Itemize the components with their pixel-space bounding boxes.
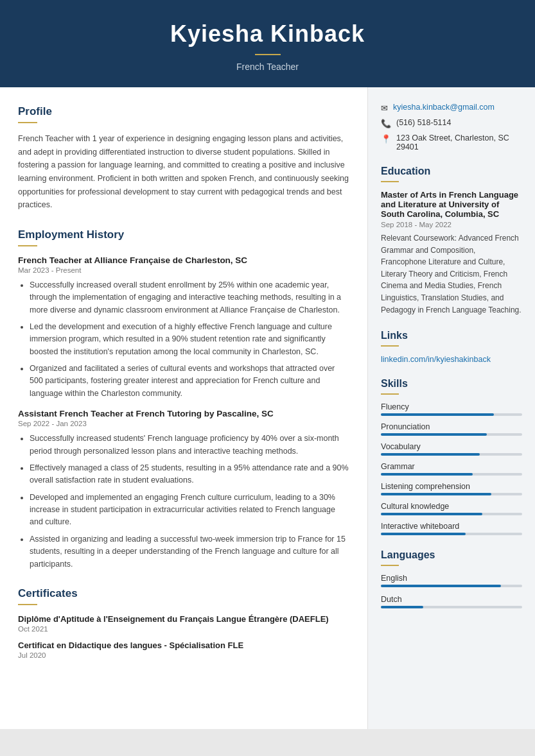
cert-1-date: Oct 2021 xyxy=(18,625,349,633)
phone-icon: 📞 xyxy=(381,119,391,128)
email-link[interactable]: kyiesha.kinback@gmail.com xyxy=(393,103,495,112)
main-column: Profile French Teacher with 1 year of ex… xyxy=(0,87,368,729)
contact-phone: 📞 (516) 518-5114 xyxy=(381,118,522,128)
lang-row-1: Dutch xyxy=(381,595,522,608)
employment-title: Employment History xyxy=(18,228,349,241)
job-2-bullet-2: Effectively managed a class of 25 studen… xyxy=(30,462,349,487)
skills-divider xyxy=(381,393,399,395)
skill-bar-bg-5 xyxy=(381,513,522,515)
skill-bar-fill-6 xyxy=(381,533,466,535)
lang-bar-fill-1 xyxy=(381,606,423,608)
skill-label-0: Fluency xyxy=(381,402,522,411)
location-icon: 📍 xyxy=(381,134,391,144)
profile-section: Profile French Teacher with 1 year of ex… xyxy=(18,105,349,212)
education-section: Education Master of Arts in French Langu… xyxy=(381,166,522,316)
header-title: French Teacher xyxy=(13,62,522,72)
skill-row-0: Fluency xyxy=(381,402,522,416)
skill-bar-fill-2 xyxy=(381,453,480,456)
skill-label-4: Listening comprehension xyxy=(381,482,522,491)
address-text: 123 Oak Street, Charleston, SC 29401 xyxy=(396,133,522,151)
skill-row-6: Interactive whiteboard xyxy=(381,522,522,535)
languages-container: English Dutch xyxy=(381,574,522,608)
job-1: French Teacher at Alliance Française de … xyxy=(18,255,349,400)
resume-wrapper: Kyiesha Kinback French Teacher Profile F… xyxy=(0,0,535,729)
certificates-divider xyxy=(18,604,37,605)
job-2: Assistant French Teacher at French Tutor… xyxy=(18,409,349,571)
profile-divider xyxy=(18,122,37,123)
employment-divider xyxy=(18,245,37,246)
edu-coursework: Relevant Coursework: Advanced French Gra… xyxy=(381,232,522,316)
header-name: Kyiesha Kinback xyxy=(13,21,522,47)
employment-section: Employment History French Teacher at All… xyxy=(18,228,349,571)
skill-bar-fill-5 xyxy=(381,513,482,515)
skill-bar-fill-4 xyxy=(381,493,491,495)
languages-divider xyxy=(381,565,399,566)
skills-container: Fluency Pronunciation Vocabulary Grammar… xyxy=(381,402,522,535)
skill-label-2: Vocabulary xyxy=(381,442,522,451)
job-2-bullets: Successfully increased students' French … xyxy=(18,433,349,571)
skill-label-6: Interactive whiteboard xyxy=(381,522,522,531)
contact-email: ✉ kyiesha.kinback@gmail.com xyxy=(381,103,522,113)
skill-bar-bg-1 xyxy=(381,433,522,436)
linkedin-link[interactable]: linkedin.com/in/kyieshakinback xyxy=(381,355,491,364)
header: Kyiesha Kinback French Teacher xyxy=(0,0,535,87)
cert-2-title: Certificat en Didactique des langues - S… xyxy=(18,640,349,650)
edu-date: Sep 2018 - May 2022 xyxy=(381,221,522,228)
skill-bar-bg-2 xyxy=(381,453,522,456)
cert-1: Diplôme d'Aptitude à l'Enseignement du F… xyxy=(18,614,349,633)
skill-row-3: Grammar xyxy=(381,462,522,476)
job-2-date: Sep 2022 - Jan 2023 xyxy=(18,420,349,427)
links-section: Links linkedin.com/in/kyieshakinback xyxy=(381,330,522,364)
lang-bar-fill-0 xyxy=(381,585,501,587)
job-1-bullet-3: Organized and facilitated a series of cu… xyxy=(30,363,349,400)
education-divider xyxy=(381,181,399,182)
skill-bar-bg-0 xyxy=(381,413,522,416)
job-1-date: Mar 2023 - Present xyxy=(18,266,349,274)
job-2-bullet-3: Developed and implemented an engaging Fr… xyxy=(30,492,349,529)
job-1-bullet-2: Led the development and execution of a h… xyxy=(30,321,349,358)
certificates-section: Certificates Diplôme d'Aptitude à l'Ense… xyxy=(18,587,349,659)
education-title: Education xyxy=(381,166,522,177)
skill-bar-bg-4 xyxy=(381,493,522,495)
header-divider xyxy=(255,54,281,55)
skills-title: Skills xyxy=(381,378,522,390)
languages-section: Languages English Dutch xyxy=(381,549,522,608)
side-column: ✉ kyiesha.kinback@gmail.com 📞 (516) 518-… xyxy=(368,87,535,729)
lang-label-0: English xyxy=(381,574,522,583)
skill-bar-fill-0 xyxy=(381,413,494,416)
job-2-bullet-4: Assisted in organizing and leading a suc… xyxy=(30,533,349,571)
job-2-title: Assistant French Teacher at French Tutor… xyxy=(18,409,349,418)
lang-bar-bg-1 xyxy=(381,606,522,608)
skill-row-4: Listening comprehension xyxy=(381,482,522,495)
job-1-title: French Teacher at Alliance Française de … xyxy=(18,255,349,265)
skill-row-1: Pronunciation xyxy=(381,422,522,436)
profile-text: French Teacher with 1 year of experience… xyxy=(18,132,349,212)
email-icon: ✉ xyxy=(381,103,388,113)
contact-address: 📍 123 Oak Street, Charleston, SC 29401 xyxy=(381,133,522,151)
skill-row-2: Vocabulary xyxy=(381,442,522,456)
cert-2-date: Jul 2020 xyxy=(18,651,349,659)
skill-bar-fill-1 xyxy=(381,433,487,436)
links-title: Links xyxy=(381,330,522,341)
skill-row-5: Cultural knowledge xyxy=(381,502,522,515)
profile-title: Profile xyxy=(18,105,349,118)
lang-row-0: English xyxy=(381,574,522,587)
lang-bar-bg-0 xyxy=(381,585,522,587)
cert-2: Certificat en Didactique des langues - S… xyxy=(18,640,349,659)
lang-label-1: Dutch xyxy=(381,595,522,604)
skill-bar-bg-3 xyxy=(381,473,522,476)
job-1-bullets: Successfully increased overall student e… xyxy=(18,279,349,400)
cert-1-title: Diplôme d'Aptitude à l'Enseignement du F… xyxy=(18,614,349,624)
skills-section: Skills Fluency Pronunciation Vocabulary … xyxy=(381,378,522,535)
job-2-bullet-1: Successfully increased students' French … xyxy=(30,433,349,458)
edu-degree: Master of Arts in French Language and Li… xyxy=(381,190,522,219)
skill-bar-bg-6 xyxy=(381,533,522,535)
skill-label-3: Grammar xyxy=(381,462,522,471)
skill-label-5: Cultural knowledge xyxy=(381,502,522,511)
job-1-bullet-1: Successfully increased overall student e… xyxy=(30,279,349,316)
skill-label-1: Pronunciation xyxy=(381,422,522,431)
skill-bar-fill-3 xyxy=(381,473,473,476)
certificates-title: Certificates xyxy=(18,587,349,600)
links-divider xyxy=(381,345,399,347)
body: Profile French Teacher with 1 year of ex… xyxy=(0,87,535,729)
